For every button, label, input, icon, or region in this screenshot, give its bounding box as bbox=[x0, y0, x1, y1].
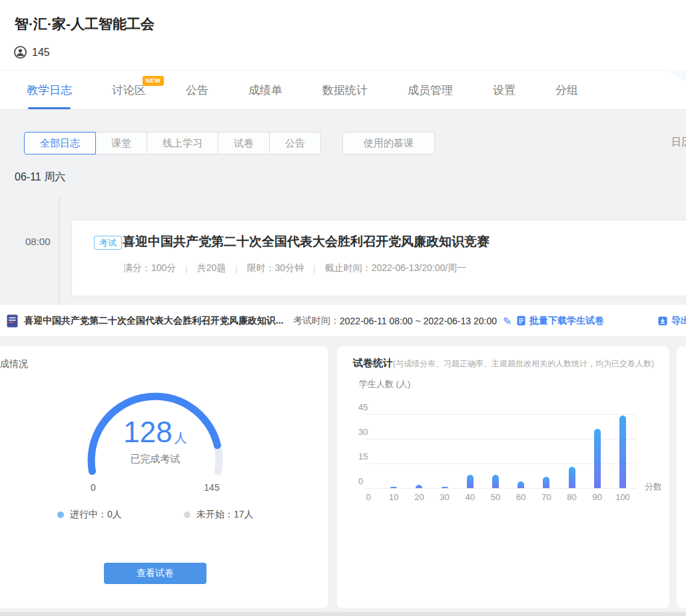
exam-meta-item: 共20题 bbox=[197, 262, 226, 274]
chart-x-tick: 0 bbox=[366, 492, 370, 502]
exam-meta-item: 限时：30分钟 bbox=[247, 262, 304, 274]
gauge-arc-remaining bbox=[217, 446, 219, 471]
decorative-wave bbox=[619, 71, 686, 110]
exam-info-bar: 喜迎中国共产党第二十次全国代表大会胜利召开党风廉政知识... 考试时间： 202… bbox=[0, 305, 686, 336]
tab-讨论区[interactable]: 讨论区NEW bbox=[112, 71, 146, 109]
timeline-date: 06-11 周六 bbox=[15, 170, 65, 184]
tab-label: 公告 bbox=[186, 83, 208, 98]
paper-stats-panel: 试卷统计(与成绩分布、习题正确率、主观题批改相关的人数统计，均为已交卷人数) 学… bbox=[337, 346, 669, 608]
export-label: 导出 bbox=[671, 315, 686, 327]
chart-y-axis-label: 学生人数 (人) bbox=[359, 378, 410, 390]
chart-x-tick: 100 bbox=[615, 492, 630, 502]
chart-x-tick: 30 bbox=[440, 492, 449, 502]
tab-教学日志[interactable]: 教学日志 bbox=[27, 71, 72, 109]
tab-label: 数据统计 bbox=[322, 83, 368, 98]
tab-成员管理[interactable]: 成员管理 bbox=[408, 71, 453, 109]
page-bottom-strip bbox=[0, 612, 686, 616]
nav-tabbar: 教学日志讨论区NEW公告成绩单数据统计成员管理设置分组 bbox=[0, 71, 686, 110]
exam-type-badge: 考试 bbox=[94, 236, 122, 250]
chart-x-tick: 90 bbox=[593, 492, 602, 502]
chart-bar bbox=[390, 487, 397, 489]
chart-x-tick: 50 bbox=[491, 492, 500, 502]
new-badge: NEW bbox=[143, 76, 165, 86]
tab-label: 讨论区 bbox=[112, 83, 146, 98]
view-paper-button[interactable]: 查看试卷 bbox=[104, 563, 206, 584]
tab-成绩单[interactable]: 成绩单 bbox=[248, 71, 282, 109]
chart-bar bbox=[442, 487, 448, 489]
completed-count: 128 人 bbox=[123, 416, 186, 449]
tab-数据统计[interactable]: 数据统计 bbox=[322, 71, 368, 109]
chart-y-tick: 30 bbox=[358, 427, 368, 437]
exam-paper-icon bbox=[7, 314, 18, 328]
meta-separator: | bbox=[313, 264, 315, 274]
chart-bar bbox=[517, 481, 524, 488]
calendar-view-toggle[interactable]: 日历 bbox=[671, 136, 686, 149]
chart-x-tick: 70 bbox=[541, 492, 551, 502]
header: 智·汇·家-人工智能工会 145 bbox=[0, 0, 686, 71]
legend-dot-icon bbox=[184, 511, 190, 518]
chart-x-tick: 60 bbox=[516, 492, 525, 502]
chart-x-tick: 80 bbox=[567, 492, 576, 502]
legend-item: 未开始：17人 bbox=[184, 509, 254, 521]
exam-time-label: 考试时间： bbox=[293, 315, 340, 327]
tab-label: 成绩单 bbox=[248, 83, 282, 98]
chart-bar bbox=[492, 475, 499, 488]
timeline-line bbox=[59, 197, 60, 305]
member-count: 145 bbox=[14, 46, 50, 59]
exam-event-title: 喜迎中国共产党第二十次全国代表大会胜利召开党风廉政知识竞赛 bbox=[123, 233, 490, 250]
chart-x-tick: 10 bbox=[389, 492, 398, 502]
exam-event-card[interactable]: 考试 喜迎中国共产党第二十次全国代表大会胜利召开党风廉政知识竞赛 满分：100分… bbox=[71, 220, 686, 296]
filter-课堂[interactable]: 课堂 bbox=[95, 132, 147, 154]
filter-试卷[interactable]: 试卷 bbox=[218, 132, 270, 154]
tab-label: 设置 bbox=[493, 83, 515, 98]
chart-x-tick: 20 bbox=[414, 492, 424, 502]
exam-time-value: 2022-06-11 08:00 ~ 2022-06-13 20:00 bbox=[340, 316, 497, 326]
chart-x-tick: 40 bbox=[466, 492, 475, 502]
gauge-min-label: 0 bbox=[91, 482, 96, 493]
chart-bar bbox=[569, 467, 575, 488]
tab-设置[interactable]: 设置 bbox=[493, 71, 515, 109]
paper-stats-subtitle: (与成绩分布、习题正确率、主观题批改相关的人数统计，均为已交卷人数) bbox=[393, 359, 654, 368]
chart-gridline bbox=[365, 488, 636, 489]
legend-item: 进行中：0人 bbox=[57, 509, 122, 521]
legend-dot-icon bbox=[57, 511, 64, 518]
log-filter-group: 全部日志课堂线上学习试卷公告 bbox=[24, 132, 321, 154]
legend-label: 未开始：17人 bbox=[196, 509, 254, 521]
paper-stats-title: 试卷统计 bbox=[353, 357, 393, 368]
tab-label: 成员管理 bbox=[408, 83, 453, 98]
tab-label: 教学日志 bbox=[27, 83, 72, 98]
meta-separator: | bbox=[235, 264, 237, 274]
document-icon bbox=[517, 316, 525, 326]
page-title: 智·汇·家-人工智能工会 bbox=[15, 15, 155, 33]
chart-y-tick: 0 bbox=[358, 476, 363, 486]
chart-bar bbox=[543, 477, 549, 488]
legend-label: 进行中：0人 bbox=[70, 509, 122, 521]
exam-event-meta: 满分：100分|共20题|限时：30分钟|截止时间：2022-06-13/20:… bbox=[123, 262, 466, 274]
chart-bar bbox=[467, 475, 474, 488]
batch-download-label: 批量下载学生试卷 bbox=[529, 315, 604, 327]
chart-y-tick: 15 bbox=[358, 452, 368, 462]
tab-公告[interactable]: 公告 bbox=[186, 71, 208, 109]
chart-y-tick: 45 bbox=[358, 402, 368, 412]
chart-bar bbox=[416, 485, 422, 488]
tab-分组[interactable]: 分组 bbox=[555, 71, 578, 109]
filter-全部日志[interactable]: 全部日志 bbox=[24, 132, 96, 154]
edit-time-icon[interactable]: ✎ bbox=[503, 314, 512, 327]
exam-bar-title: 喜迎中国共产党第二十次全国代表大会胜利召开党风廉政知识... bbox=[24, 315, 284, 327]
meta-separator: | bbox=[185, 264, 187, 274]
batch-download-link[interactable]: 批量下载学生试卷 bbox=[517, 315, 604, 327]
filter-公告[interactable]: 公告 bbox=[269, 132, 321, 154]
filter-线上学习[interactable]: 线上学习 bbox=[147, 132, 218, 154]
tab-label: 分组 bbox=[555, 83, 578, 98]
exam-meta-item: 截止时间：2022-06-13/20:00/周一 bbox=[325, 262, 466, 274]
chart-bar bbox=[594, 429, 601, 488]
used-mooc-button[interactable]: 使用的慕课 bbox=[342, 132, 435, 154]
chart-bar bbox=[619, 416, 626, 488]
completed-caption: 已完成考试 bbox=[131, 453, 180, 465]
completion-panel: 完成情况 128 人 已完成考试 0 145 进行中：0人未开始：17人 查看试… bbox=[0, 346, 328, 608]
timeline-time: 08:00 bbox=[25, 236, 51, 247]
paper-stats-header: 试卷统计(与成绩分布、习题正确率、主观题批改相关的人数统计，均为已交卷人数) bbox=[353, 357, 654, 370]
export-link[interactable]: 导出 bbox=[658, 315, 686, 327]
exam-meta-item: 满分：100分 bbox=[123, 262, 176, 274]
log-filters: 全部日志课堂线上学习试卷公告 使用的慕课 bbox=[24, 132, 435, 154]
